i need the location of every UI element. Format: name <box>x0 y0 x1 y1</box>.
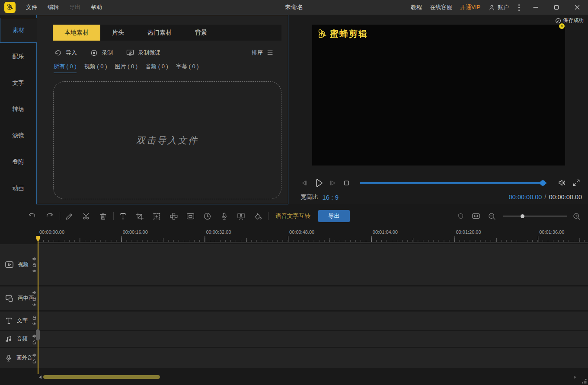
save-toast: 保存成功 <box>555 17 584 24</box>
tab-intro[interactable]: 片头 <box>100 25 136 41</box>
overlay-button[interactable] <box>185 211 195 221</box>
menu-file[interactable]: 文件 <box>21 0 42 15</box>
delete-button[interactable] <box>98 211 108 221</box>
lock-toggle-icon[interactable] <box>32 359 37 363</box>
mosaic-button[interactable] <box>169 211 178 221</box>
mute-toggle-icon[interactable] <box>32 290 37 295</box>
track-scroll-handle[interactable] <box>36 329 40 340</box>
sidebar-item-transition[interactable]: 转场 <box>0 97 36 122</box>
track-lane-audio[interactable] <box>38 331 588 347</box>
filter-video[interactable]: 视频 ( 0 ) <box>84 63 107 73</box>
import-dropzone[interactable]: 双击导入文件 <box>53 81 281 199</box>
record-lecture-button[interactable]: 录制微课 <box>126 48 160 57</box>
ruler-label: 00:01:36.00 <box>539 229 564 235</box>
sidebar-item-text[interactable]: 文字 <box>0 70 36 95</box>
track-lane-pip[interactable] <box>38 286 588 310</box>
seek-slider[interactable] <box>360 180 546 186</box>
timeline-zoom-slider[interactable] <box>503 213 567 219</box>
tab-background[interactable]: 背景 <box>183 25 219 41</box>
sidebar-item-music[interactable]: 配乐 <box>0 44 36 69</box>
voiceover-record-button[interactable] <box>219 211 229 221</box>
volume-button[interactable] <box>557 178 567 188</box>
mute-toggle-icon[interactable] <box>32 353 37 357</box>
scrollbar-thumb[interactable] <box>43 375 160 379</box>
prev-frame-button[interactable] <box>300 178 309 188</box>
resize-grip-icon[interactable] <box>581 378 587 384</box>
sort-button[interactable]: 排序 <box>252 49 274 57</box>
titlebar-right: 教程 在线客服 开通VIP 账户 <box>411 2 588 13</box>
filter-all[interactable]: 所有 ( 0 ) <box>54 63 77 73</box>
menu-help[interactable]: 帮助 <box>86 0 107 15</box>
presenter-button[interactable] <box>236 211 246 221</box>
visibility-toggle-icon[interactable] <box>32 302 37 307</box>
undo-button[interactable] <box>28 211 37 221</box>
zoom-in-button[interactable] <box>572 211 581 221</box>
zoom-slider-knob[interactable] <box>521 214 524 218</box>
filter-audio[interactable]: 音频 ( 0 ) <box>145 63 168 73</box>
track-header-text[interactable]: 文字 <box>0 312 38 330</box>
scroll-left-arrow-icon[interactable] <box>39 375 42 379</box>
tab-local-material[interactable]: 本地素材 <box>53 25 100 41</box>
playhead[interactable] <box>38 236 38 374</box>
lock-toggle-icon[interactable] <box>32 296 37 301</box>
sidebar-item-overlay[interactable]: 叠附 <box>0 150 36 175</box>
track-header-audio[interactable]: 音频 <box>0 331 38 347</box>
sidebar-item-material[interactable]: 素材 <box>0 18 37 43</box>
vip-link[interactable]: 开通VIP <box>460 3 480 11</box>
visibility-toggle-icon[interactable] <box>32 321 37 326</box>
crop-button[interactable] <box>135 211 144 221</box>
fullscreen-button[interactable] <box>572 178 581 187</box>
track-header-voiceover[interactable]: 画外音 <box>0 348 38 368</box>
lock-toggle-icon[interactable] <box>32 315 37 320</box>
redo-button[interactable] <box>45 211 54 221</box>
track-lane-voiceover[interactable] <box>38 348 588 368</box>
color-fill-button[interactable] <box>253 211 262 221</box>
lock-toggle-icon[interactable] <box>32 340 37 344</box>
track-header-pip[interactable]: 画中画 <box>0 286 38 310</box>
track-label: 画中画 <box>18 295 34 302</box>
more-menu-icon[interactable] <box>517 4 521 11</box>
track-lane-text[interactable] <box>38 312 588 330</box>
sidebar-item-animation[interactable]: 动画 <box>0 176 36 201</box>
seek-knob[interactable] <box>540 180 546 186</box>
add-text-button[interactable] <box>118 211 128 221</box>
play-button[interactable] <box>313 177 324 189</box>
lock-toggle-icon[interactable] <box>32 262 37 267</box>
close-button[interactable] <box>571 2 584 13</box>
mute-toggle-icon[interactable] <box>32 256 37 261</box>
minimize-button[interactable] <box>529 2 542 13</box>
export-button[interactable]: 导出 <box>318 210 350 222</box>
sidebar-item-filter[interactable]: 滤镜 <box>0 123 36 148</box>
filter-subtitle[interactable]: 字幕 ( 0 ) <box>176 63 199 73</box>
zoom-out-button[interactable] <box>487 211 496 221</box>
track-header-video[interactable]: 视频 <box>0 244 38 285</box>
zoom-region-button[interactable] <box>152 211 161 221</box>
support-link[interactable]: 在线客服 <box>430 3 452 11</box>
filter-image[interactable]: 图片 ( 0 ) <box>115 63 137 73</box>
timeline-zoom-controls <box>456 211 588 221</box>
aspect-ratio-control[interactable]: 宽高比 16 : 9 <box>288 193 339 201</box>
scroll-right-arrow-icon[interactable] <box>574 375 576 379</box>
maximize-button[interactable] <box>550 2 563 13</box>
marker-button[interactable] <box>456 211 465 221</box>
menu-edit[interactable]: 编辑 <box>42 0 64 15</box>
edit-button[interactable] <box>64 211 74 221</box>
account-button[interactable]: 账户 <box>488 3 509 11</box>
import-button[interactable]: 导入 <box>54 48 77 57</box>
speech-text-convert-button[interactable]: 语音文字互转 <box>275 212 310 220</box>
record-button[interactable]: 录制 <box>90 49 113 57</box>
timecode-display: 00:00:00.00/00:00:00.00 <box>509 194 588 200</box>
stop-button[interactable] <box>342 179 351 187</box>
tab-hot-material[interactable]: 热门素材 <box>136 25 183 41</box>
visibility-toggle-icon[interactable] <box>32 268 37 273</box>
timeline-ruler[interactable]: 00:00:00.00 00:00:16.00 00:00:32.00 00:0… <box>0 228 588 242</box>
tutorial-link[interactable]: 教程 <box>411 3 422 11</box>
fit-timeline-button[interactable] <box>471 211 481 221</box>
app-logo[interactable] <box>4 2 16 13</box>
next-frame-button[interactable] <box>328 178 337 188</box>
duration-button[interactable] <box>202 211 212 221</box>
split-button[interactable] <box>81 211 91 221</box>
track-lane-video[interactable] <box>38 244 588 285</box>
remove-watermark-button[interactable]: ✕ <box>559 23 565 29</box>
track-label: 视频 <box>18 261 29 268</box>
